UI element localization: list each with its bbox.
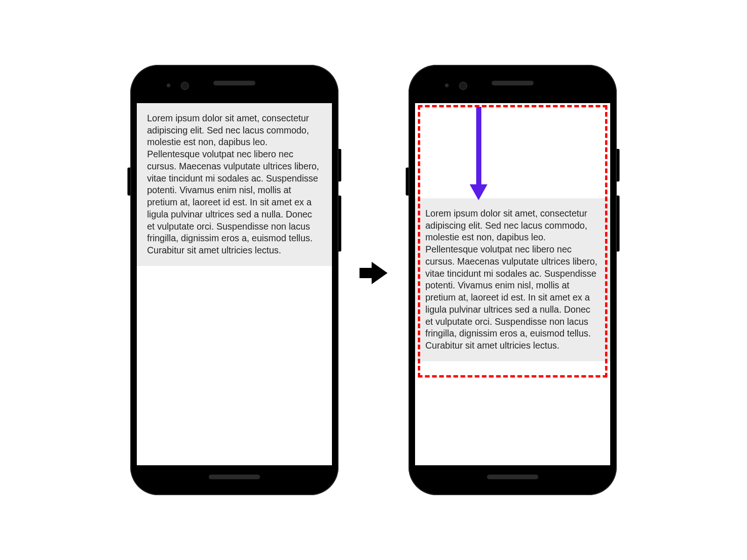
- text-panel-after: Lorem ipsum dolor sit amet, consectetur …: [415, 198, 610, 361]
- phone-frame: Lorem ipsum dolor sit amet, consectetur …: [137, 71, 332, 489]
- text-panel-before: Lorem ipsum dolor sit amet, consectetur …: [137, 103, 332, 266]
- transition-arrow-icon: [357, 257, 390, 289]
- lorem-text-before: Lorem ipsum dolor sit amet, consectetur …: [147, 112, 322, 257]
- bottom-speaker-icon: [487, 475, 538, 479]
- phone-side-button-left: [406, 168, 409, 196]
- scroll-direction-arrow-icon: [469, 107, 488, 205]
- phone-bottom-bar: [137, 465, 332, 489]
- phone-frame: Lorem ipsum dolor sit amet, consectetur …: [415, 71, 610, 489]
- phone-side-button-left: [127, 168, 130, 196]
- bottom-speaker-icon: [209, 475, 260, 479]
- camera-dot-icon: [459, 82, 467, 90]
- phone-side-button-2: [617, 196, 620, 252]
- phone-side-button-1: [617, 149, 620, 182]
- phone-mockup-before: Lorem ipsum dolor sit amet, consectetur …: [130, 65, 338, 495]
- phone-bottom-bar: [415, 465, 610, 489]
- sensor-dot-icon: [167, 84, 170, 87]
- phone-side-button-1: [338, 149, 341, 182]
- arrow-right-icon: [359, 262, 388, 284]
- camera-dot-icon: [181, 82, 189, 90]
- phone-screen-after: Lorem ipsum dolor sit amet, consectetur …: [415, 103, 610, 465]
- phone-screen-before: Lorem ipsum dolor sit amet, consectetur …: [137, 103, 332, 465]
- phone-top-bar: [137, 71, 332, 104]
- phone-side-button-2: [338, 196, 341, 252]
- speaker-grille-icon: [213, 81, 255, 85]
- phone-mockup-after: Lorem ipsum dolor sit amet, consectetur …: [409, 65, 617, 495]
- speaker-grille-icon: [492, 81, 534, 85]
- lorem-text-after: Lorem ipsum dolor sit amet, consectetur …: [425, 208, 600, 352]
- phone-top-bar: [415, 71, 610, 104]
- sensor-dot-icon: [445, 84, 449, 87]
